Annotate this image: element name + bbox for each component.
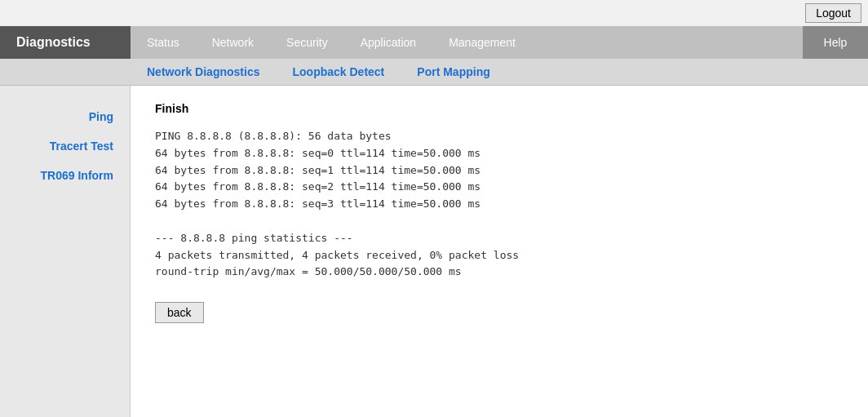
ping-output: PING 8.8.8.8 (8.8.8.8): 56 data bytes 64… bbox=[155, 128, 844, 281]
ping-line1: PING 8.8.8.8 (8.8.8.8): 56 data bytes bbox=[155, 128, 844, 145]
nav-item-security[interactable]: Security bbox=[270, 26, 344, 59]
subnav-port-mapping[interactable]: Port Mapping bbox=[401, 59, 506, 85]
logout-button[interactable]: Logout bbox=[805, 3, 861, 23]
stat-line2: round-trip min/avg/max = 50.000/50.000/5… bbox=[155, 264, 844, 281]
sidebar-item-tr069-inform[interactable]: TR069 Inform bbox=[0, 161, 130, 190]
nav-item-application[interactable]: Application bbox=[344, 26, 433, 59]
finish-label: Finish bbox=[155, 102, 844, 115]
sidebar: Ping Tracert Test TR069 Inform bbox=[0, 86, 131, 417]
nav-items: Status Network Security Application Mana… bbox=[131, 26, 803, 59]
sidebar-item-ping[interactable]: Ping bbox=[0, 102, 130, 131]
nav-item-status[interactable]: Status bbox=[131, 26, 196, 59]
main-content: Finish PING 8.8.8.8 (8.8.8.8): 56 data b… bbox=[131, 86, 868, 417]
ping-line5: 64 bytes from 8.8.8.8: seq=3 ttl=114 tim… bbox=[155, 196, 844, 213]
back-button[interactable]: back bbox=[155, 302, 204, 323]
subnav-loopback-detect[interactable]: Loopback Detect bbox=[276, 59, 401, 85]
help-button[interactable]: Help bbox=[803, 26, 868, 59]
sub-nav: Network Diagnostics Loopback Detect Port… bbox=[0, 59, 868, 86]
nav-item-network[interactable]: Network bbox=[196, 26, 270, 59]
sidebar-item-tracert-test[interactable]: Tracert Test bbox=[0, 131, 130, 161]
brand: Diagnostics bbox=[0, 26, 131, 59]
top-bar: Logout bbox=[0, 0, 868, 26]
ping-line3: 64 bytes from 8.8.8.8: seq=1 ttl=114 tim… bbox=[155, 162, 844, 180]
nav-item-management[interactable]: Management bbox=[432, 26, 532, 59]
main-nav: Diagnostics Status Network Security Appl… bbox=[0, 26, 868, 59]
subnav-network-diagnostics[interactable]: Network Diagnostics bbox=[131, 59, 276, 85]
stat-sep: --- 8.8.8.8 ping statistics --- bbox=[155, 230, 844, 247]
ping-line2: 64 bytes from 8.8.8.8: seq=0 ttl=114 tim… bbox=[155, 145, 844, 162]
ping-line4: 64 bytes from 8.8.8.8: seq=2 ttl=114 tim… bbox=[155, 179, 844, 196]
layout: Ping Tracert Test TR069 Inform Finish PI… bbox=[0, 86, 868, 417]
stat-line1: 4 packets transmitted, 4 packets receive… bbox=[155, 247, 844, 264]
